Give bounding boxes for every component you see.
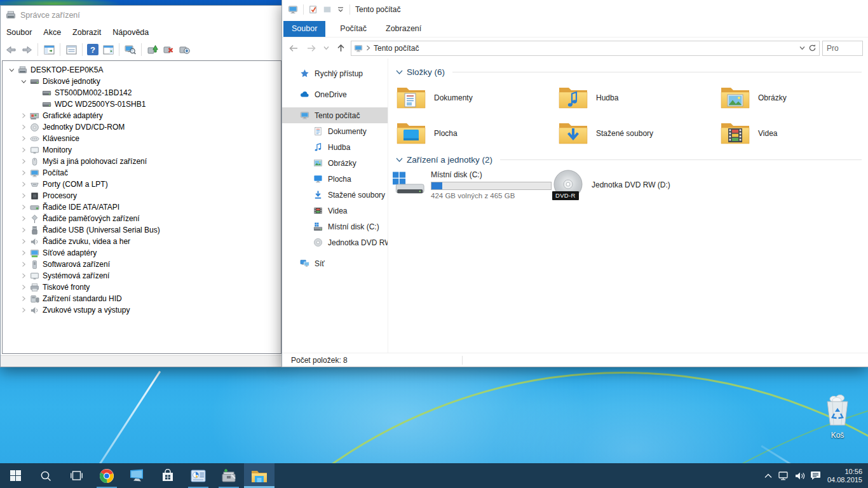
sidebar-item-videos[interactable]: Videa [282, 203, 388, 219]
tree-item[interactable]: Systémová zařízení [3, 270, 281, 281]
scan-hardware-changes-icon[interactable] [124, 43, 137, 56]
taskbar-this-pc-button[interactable] [122, 463, 153, 488]
customize-quick-access-icon[interactable] [337, 6, 344, 13]
tree-item[interactable]: Zařízení standardu HID [3, 293, 281, 304]
volume-icon[interactable] [792, 463, 808, 488]
show-console-tree-icon[interactable] [43, 43, 55, 56]
quick-access-properties-icon[interactable] [309, 5, 318, 14]
tree-item[interactable]: Řadiče paměťových zařízení [3, 213, 281, 224]
tree-item[interactable]: Řadiče IDE ATA/ATAPI [3, 201, 281, 213]
sidebar-item-downloads[interactable]: Stažené soubory [282, 187, 388, 203]
menu-soubor[interactable]: Soubor [1, 26, 37, 39]
tree-item[interactable]: Procesory [3, 190, 281, 201]
tree-item[interactable]: Myši a jiná polohovací zařízení [3, 156, 281, 167]
chevron-collapsed-icon[interactable] [18, 156, 29, 166]
tree-item[interactable]: Zvukové vstupy a výstupy [3, 304, 281, 316]
taskbar-clock[interactable]: 10:56 04.08.2015 [824, 468, 868, 484]
properties-icon[interactable] [65, 43, 78, 56]
breadcrumb-location[interactable]: Tento počítač [374, 44, 419, 53]
taskbar-chrome-button[interactable] [92, 463, 122, 488]
chevron-collapsed-icon[interactable] [18, 179, 29, 189]
network-status-icon[interactable] [776, 463, 792, 488]
sidebar-item-dvd-drive[interactable]: Jednotka DVD RW (D:) [282, 234, 388, 250]
task-view-button[interactable] [61, 463, 92, 488]
tree-item[interactable]: Počítač [3, 167, 281, 179]
back-icon[interactable] [286, 41, 301, 56]
folder-tile-desktop[interactable]: Plocha [396, 118, 548, 149]
taskbar-store-button[interactable] [153, 463, 183, 488]
driver-down-icon[interactable] [178, 43, 191, 56]
chevron-collapsed-icon[interactable] [18, 145, 29, 155]
menu-akce[interactable]: Akce [37, 26, 67, 39]
tree-item[interactable]: Klávesnice [3, 133, 281, 144]
tree-item[interactable]: WDC WD2500YS-01SHB1 [3, 98, 281, 110]
tree-item[interactable]: Porty (COM a LPT) [3, 179, 281, 190]
chevron-collapsed-icon[interactable] [18, 271, 29, 281]
folder-tile-pictures[interactable]: Obrázky [720, 83, 868, 113]
start-button[interactable] [0, 463, 31, 488]
sidebar-item-quick-access[interactable]: Rychlý přístup [282, 65, 388, 81]
show-action-pane-icon[interactable] [102, 43, 114, 56]
folder-tile-documents[interactable]: Dokumenty [396, 83, 548, 113]
chevron-collapsed-icon[interactable] [18, 168, 29, 178]
tree-item[interactable]: Softwarová zařízení [3, 259, 281, 270]
tree-item[interactable]: Řadiče zvuku, videa a her [3, 236, 281, 247]
sidebar-item-documents[interactable]: Dokumenty [282, 123, 388, 139]
search-input[interactable]: Pro [822, 41, 863, 56]
sidebar-item-network[interactable]: Síť [282, 255, 388, 271]
tree-item[interactable]: DESKTOP-EEP0K5A [3, 64, 281, 76]
group-header-folders[interactable]: Složky (6) [396, 67, 862, 77]
chevron-collapsed-icon[interactable] [18, 259, 29, 269]
chevron-expanded-icon[interactable] [18, 76, 29, 86]
up-icon[interactable] [333, 41, 348, 56]
group-header-devices[interactable]: Zařízení a jednotky (2) [396, 155, 862, 165]
notifications-icon[interactable] [808, 463, 824, 488]
sidebar-item-this-pc[interactable]: Tento počítač [282, 107, 388, 123]
tree-item[interactable]: Diskové jednotky [3, 76, 281, 87]
group-collapse-icon[interactable] [396, 157, 403, 163]
taskbar-device-manager-button[interactable] [214, 463, 244, 488]
tree-item[interactable]: ST500DM002-1BD142 [3, 87, 281, 98]
address-dropdown-icon[interactable] [799, 46, 805, 50]
quick-access-newfolder-icon[interactable] [323, 5, 332, 14]
tab-pocitac[interactable]: Počítač [330, 21, 376, 37]
forward-icon[interactable] [304, 41, 319, 56]
chevron-collapsed-icon[interactable] [18, 225, 29, 235]
group-collapse-icon[interactable] [396, 69, 403, 75]
chevron-collapsed-icon[interactable] [18, 305, 29, 315]
tree-item[interactable]: Síťové adaptéry [3, 247, 281, 259]
sidebar-item-music[interactable]: Hudba [282, 139, 388, 155]
chevron-collapsed-icon[interactable] [18, 122, 29, 132]
chevron-expanded-icon[interactable] [6, 65, 17, 75]
drive-tile-local-disk[interactable]: Místní disk (C:) 424 GB volných z 465 GB [393, 170, 552, 200]
taskbar-system-properties-button[interactable] [183, 463, 214, 488]
folder-tile-music[interactable]: Hudba [558, 83, 710, 113]
address-bar[interactable]: Tento počítač [351, 41, 820, 56]
folder-tile-downloads[interactable]: Stažené soubory [558, 118, 710, 149]
tree-item[interactable]: Grafické adaptéry [3, 110, 281, 121]
chevron-collapsed-icon[interactable] [18, 111, 29, 121]
chevron-collapsed-icon[interactable] [18, 191, 29, 201]
taskbar-search-button[interactable] [31, 463, 61, 488]
sidebar-item-desktop[interactable]: Plocha [282, 171, 388, 187]
help-icon[interactable]: ? [87, 44, 98, 55]
tray-chevron-up-icon[interactable] [760, 463, 776, 488]
refresh-icon[interactable] [808, 44, 817, 52]
explorer-titlebar[interactable]: Tento počítač [282, 0, 868, 19]
chevron-collapsed-icon[interactable] [18, 236, 29, 247]
tab-soubor[interactable]: Soubor [283, 21, 325, 37]
folder-tile-videos[interactable]: Videa [720, 118, 868, 149]
taskbar-file-explorer-button[interactable] [244, 463, 275, 488]
recent-locations-icon[interactable] [322, 41, 330, 56]
tab-zobrazeni[interactable]: Zobrazení [376, 21, 431, 37]
sidebar-item-pictures[interactable]: Obrázky [282, 155, 388, 171]
tree-item[interactable]: Monitory [3, 144, 281, 156]
update-driver-icon[interactable] [146, 43, 159, 56]
chevron-collapsed-icon[interactable] [18, 214, 29, 224]
chevron-collapsed-icon[interactable] [18, 294, 29, 304]
chevron-collapsed-icon[interactable] [18, 133, 29, 144]
sidebar-item-onedrive[interactable]: OneDrive [282, 86, 388, 102]
menu-zobrazit[interactable]: Zobrazit [67, 26, 107, 39]
device-manager-titlebar[interactable]: Správce zařízení [1, 6, 283, 25]
forward-icon[interactable] [20, 43, 33, 56]
